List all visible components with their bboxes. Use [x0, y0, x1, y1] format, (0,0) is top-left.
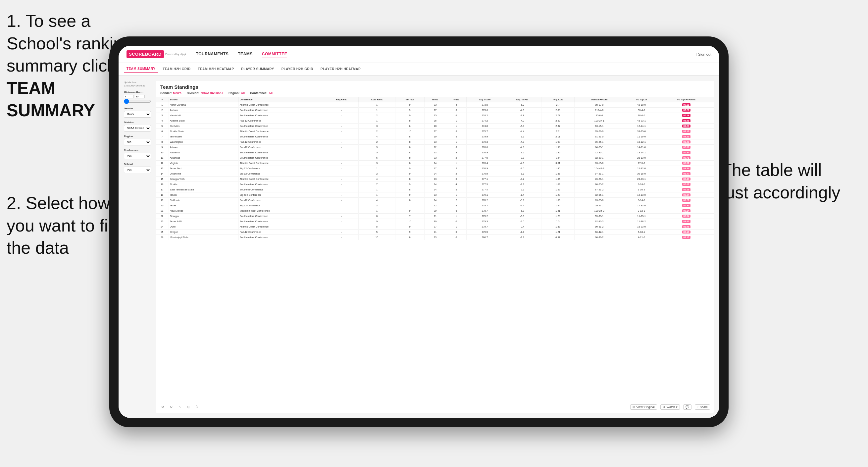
cell-overall: 80-25-2 [574, 182, 624, 187]
view-original-button[interactable]: ⊞ View: Original [630, 404, 657, 410]
cell-rank: 2 [156, 107, 168, 113]
redo-icon[interactable]: ↻ [168, 404, 174, 410]
clock-icon[interactable]: ⏱ [194, 404, 200, 410]
cell-wins: 0 [446, 229, 467, 235]
cell-vs-top50-pts: 88.47 [659, 177, 714, 182]
cell-school: Texas Tech [168, 166, 239, 171]
cell-overall: 86-25-1 [574, 145, 624, 150]
school-select[interactable]: (All) [124, 166, 151, 173]
cell-no-tour: 8 [396, 139, 425, 145]
logo: SCOREBOARD [126, 50, 164, 58]
cell-conference: Big 12 Conference [239, 171, 324, 177]
table-header: Team Standings Gender: Men's Division: N… [156, 81, 714, 97]
tab-player-summary[interactable]: PLAYER SUMMARY [239, 66, 277, 72]
cell-vs-top25: 30-15-0 [624, 171, 659, 177]
cell-reg-rank: - [324, 155, 359, 161]
nav-teams[interactable]: TEAMS [238, 50, 253, 58]
view-original-label: View: Original [636, 405, 654, 409]
table-row: 2 Auburn Southeastern Conference - 1 9 2… [156, 107, 714, 113]
cell-wins: 3 [446, 150, 467, 155]
cell-adj-score: 277.1 [467, 177, 503, 182]
data-table-wrap: # School Conference Reg Rank Conf Rank N… [156, 97, 714, 401]
tab-team-summary[interactable]: TEAM SUMMARY [124, 66, 158, 72]
cell-wins: 4 [446, 102, 467, 107]
cell-overall: 59-39-1 [574, 214, 624, 219]
cell-school: Florida [168, 182, 239, 187]
cell-avg-to-par: -4.2 [503, 177, 541, 182]
cell-rnds: 27 [425, 107, 446, 113]
cell-wins: 6 [446, 208, 467, 214]
copy-icon[interactable]: ⎘ [185, 404, 191, 410]
cell-school: Vanderbilt [168, 113, 239, 118]
cell-rnds: 29 [425, 208, 446, 214]
cell-overall: 100-27-1 [574, 118, 624, 124]
cell-avg-low: 2.11 [541, 134, 574, 139]
filter-region: Region N/A All [124, 135, 151, 146]
cell-vs-top50-pts: 88.14 [659, 208, 714, 214]
nav-committee[interactable]: COMMITTEE [262, 50, 287, 58]
table-row: 10 Alabama Southeastern Conference - 5 8… [156, 150, 714, 155]
cell-overall: 72-30-1 [574, 150, 624, 155]
min-rounds-slider[interactable] [124, 99, 151, 104]
cell-avg-to-par: -5.1 [503, 171, 541, 177]
cell-reg-rank: - [324, 113, 359, 118]
min-rounds-min-input[interactable] [124, 95, 134, 98]
cell-wins: 0 [446, 177, 467, 182]
tab-team-h2h-heatmap[interactable]: TEAM H2H HEATMAP [195, 66, 237, 72]
cell-avg-to-par: -1.1 [503, 229, 541, 235]
cell-wins: 2 [446, 171, 467, 177]
cell-vs-top25: 12-13-0 [624, 192, 659, 198]
comment-button[interactable]: 💬 [683, 404, 691, 410]
watch-label: Watch [666, 405, 675, 409]
gender-select[interactable]: Men's Women's [124, 111, 151, 118]
cell-rnds: 27 [425, 129, 446, 134]
cell-no-tour: 8 [396, 187, 425, 192]
cell-no-tour: 9 [396, 229, 425, 235]
cell-school: Texas A&M [168, 219, 239, 224]
cell-conference: Southeastern Conference [239, 124, 324, 129]
cell-conf-rank: 5 [359, 224, 396, 229]
cell-rank: 18 [156, 192, 168, 198]
share-button[interactable]: ⤴ Share [695, 404, 710, 410]
cell-avg-to-par: -5.2 [503, 102, 541, 107]
cell-vs-top25: 13-24-1 [624, 150, 659, 155]
cell-avg-to-par: -1.4 [503, 192, 541, 198]
cell-reg-rank: - [324, 203, 359, 208]
watch-button[interactable]: 👁 Watch ▾ [660, 404, 680, 410]
col-school: School [168, 97, 239, 102]
tab-player-h2h-heatmap[interactable]: PLAYER H2H HEATMAP [318, 66, 363, 72]
cell-vs-top50-pts: 85.02 [659, 182, 714, 187]
cell-avg-low: 1.21 [541, 229, 574, 235]
division-select[interactable]: NCAA Division I NCAA Division II NCAA Di… [124, 125, 151, 131]
filter-min-rounds-range [124, 95, 151, 104]
filter-gender-display: Gender: Men's [160, 91, 182, 95]
cell-avg-to-par: -3.8 [503, 155, 541, 161]
min-rounds-max-input[interactable] [135, 95, 145, 98]
cell-avg-low: 1.44 [541, 203, 574, 208]
cell-no-tour: 9 [396, 224, 425, 229]
cell-avg-low: 1.39 [541, 224, 574, 229]
home-icon[interactable]: ⌂ [177, 404, 183, 410]
logo-area: SCOREBOARD Powered by clippi [126, 50, 186, 58]
top-nav: SCOREBOARD Powered by clippi TOURNAMENTS… [119, 46, 719, 63]
conference-select[interactable]: (All) [124, 153, 151, 159]
undo-icon[interactable]: ↺ [160, 404, 165, 410]
cell-avg-to-par: -5.1 [503, 187, 541, 192]
cell-adj-score: 279.7 [467, 224, 503, 229]
table-row: 12 Virginia Atlantic Coast Conference - … [156, 161, 714, 166]
region-select[interactable]: N/A All [124, 139, 151, 146]
cell-wins: 2 [446, 198, 467, 203]
cell-conf-rank: 2 [359, 171, 396, 177]
filter-conference: Conference (All) [124, 149, 151, 159]
cell-rank: 5 [156, 124, 168, 129]
tab-player-h2h-grid[interactable]: PLAYER H2H GRID [279, 66, 316, 72]
cell-no-tour: 9 [396, 102, 425, 107]
sign-out-button[interactable]: Sign out [696, 52, 711, 56]
cell-school: Georgia Tech [168, 177, 239, 182]
tab-team-h2h-grid[interactable]: TEAM H2H GRID [160, 66, 193, 72]
cell-vs-top25: 30-4-0 [624, 107, 659, 113]
cell-rank: 7 [156, 134, 168, 139]
cell-rnds: 24 [425, 161, 446, 166]
nav-tournaments[interactable]: TOURNAMENTS [196, 50, 229, 58]
cell-school: Texas [168, 203, 239, 208]
